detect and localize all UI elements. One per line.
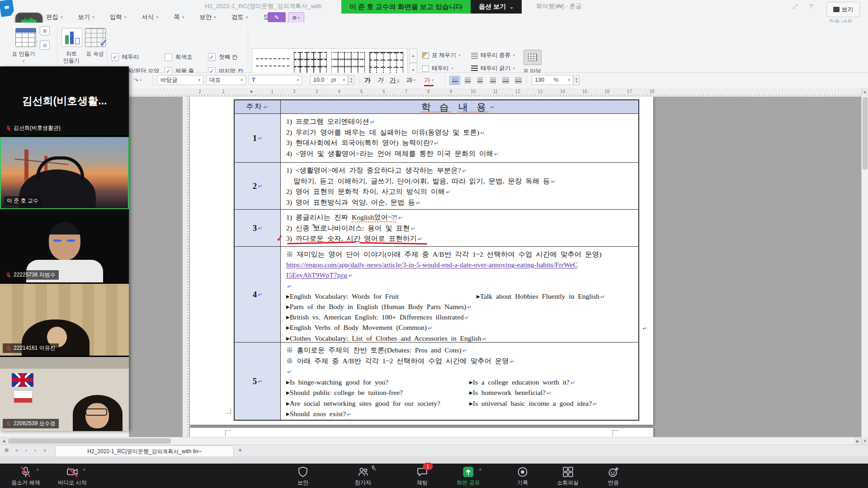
checkbox-테두리[interactable]: ✓테두리 <box>111 53 165 61</box>
zoom-shield-button[interactable]: 보안 <box>297 465 309 487</box>
participant-video-panel: 김선희(비호생활...김선희(비호생활관)이 준 호 교수22225736 차범… <box>0 66 129 430</box>
help-icon[interactable]: ? <box>809 3 813 10</box>
chevron-up-icon[interactable]: ∧ <box>36 467 39 472</box>
chevron-down-icon: ▾ <box>513 66 515 70</box>
document-line: https://engoo.com/app/daily-news/article… <box>286 259 633 270</box>
paragraph-mark: ↵ <box>287 369 292 375</box>
ruler-number: 3 <box>316 89 318 94</box>
bold-button[interactable]: 가 <box>364 75 371 85</box>
create-chart-label[interactable]: 차트 만들기 <box>60 51 83 64</box>
chevron-up-icon[interactable]: ∧ <box>83 467 86 472</box>
table-template-icon[interactable] <box>524 50 542 65</box>
ruler-number: 4 <box>338 89 340 94</box>
next-tab-icon[interactable]: › <box>34 447 36 453</box>
paragraph-mark: ↵ <box>434 140 439 146</box>
button-테두리 굵기[interactable]: 테두리 굵기▾ <box>471 65 526 72</box>
button-테두리[interactable]: 테두리▾ <box>422 65 471 72</box>
char-effect-button[interactable]: 과▾ <box>406 75 415 85</box>
highlight-color-button[interactable]: 가▾ <box>424 75 434 86</box>
table-tab-button[interactable]: ⊞▾ <box>288 12 304 23</box>
first-tab-icon[interactable]: « <box>15 447 18 453</box>
vertical-ruler[interactable] <box>183 97 189 437</box>
draw-table-icon[interactable]: ⊞ <box>40 26 50 35</box>
participant-video-tile[interactable]: 22082539 오수경 <box>0 357 129 431</box>
zoom-stepper[interactable]: ▲▼ <box>573 75 580 85</box>
font-size-stepper[interactable]: ▲▼ <box>348 75 354 85</box>
btype-icon <box>471 52 478 59</box>
font-name-select[interactable]: T▾ <box>249 75 302 85</box>
horizontal-ruler[interactable]: 21123456789101112131415161718◆ <box>129 88 861 97</box>
document-line: ▸English Verbs of Body Movement (Common)… <box>286 322 633 333</box>
font-size-input[interactable]: 10.0pt▾ <box>310 75 348 85</box>
document-line: ※ 재미있는 영어 단어 이야기(아래 주제 중 A/B반 각각 1~2 선택하… <box>286 249 633 259</box>
menu-5[interactable]: 서식▾ <box>134 13 166 21</box>
zoom-video-off-button[interactable]: ∧비디오 시작 <box>58 465 86 487</box>
menu-6[interactable]: 쪽▾ <box>166 13 192 21</box>
zoom-share-button[interactable]: ∧화면 공유 <box>457 465 480 487</box>
scroll-left-arrow[interactable]: ◀ <box>0 437 7 445</box>
tab-list-icon[interactable]: ⊞ <box>5 447 9 453</box>
style-set-select[interactable]: 대표▾ <box>206 75 246 85</box>
align-divide-button[interactable] <box>513 76 524 85</box>
zoom-chat-button[interactable]: 1채팅 <box>416 465 429 487</box>
add-tab-button[interactable]: + <box>238 446 242 454</box>
zoom-rooms-button[interactable]: 소회의실 <box>557 465 579 487</box>
align-distribute-button[interactable] <box>500 76 511 85</box>
prev-tab-icon[interactable]: ‹ <box>25 447 27 453</box>
table-properties-label[interactable]: 표 속성 <box>83 51 107 57</box>
chevron-up-icon[interactable]: ∧ <box>373 467 377 472</box>
edit-mode-button[interactable]: ✎ <box>268 12 286 22</box>
menu-1[interactable]: 파일 <box>11 13 38 21</box>
align-center-button[interactable] <box>475 76 486 85</box>
menu-8[interactable]: 검토▾ <box>224 13 256 21</box>
gallery-up-button[interactable]: ▲ <box>409 48 417 63</box>
create-table-icon[interactable] <box>15 28 36 47</box>
align-left-button[interactable] <box>462 76 473 85</box>
button-표 채우기[interactable]: 표 채우기▾ <box>422 52 471 59</box>
menu-4[interactable]: 입력▾ <box>102 13 134 21</box>
align-right-button[interactable] <box>487 76 498 85</box>
document-tab[interactable]: H2_2022-1_RC(영미문행_강의계획서_with lin~ <box>55 446 234 457</box>
erase-table-icon[interactable]: ⊟ <box>40 41 50 50</box>
menu-2[interactable]: 편집▾ <box>38 13 71 21</box>
paragraph-mark: ↵ <box>287 283 292 290</box>
vertical-scroll-thumb[interactable] <box>863 97 868 169</box>
button-테두리 종류[interactable]: 테두리 종류▾ <box>471 52 526 59</box>
zoom-reactions-button[interactable]: 반응 <box>608 465 620 487</box>
scroll-down-arrow[interactable]: ▼ <box>862 437 868 445</box>
menu-3[interactable]: 보기▾ <box>71 13 103 21</box>
fullscreen-icon[interactable]: ⤢ <box>793 3 797 10</box>
participant-video-tile[interactable]: 22214161 이유진 <box>0 284 129 356</box>
ruler-number: 2 <box>293 89 296 94</box>
underline-button[interactable]: 가▾ <box>390 75 399 85</box>
vertical-scrollbar[interactable]: ▲ ▼ <box>861 88 868 445</box>
italic-button[interactable]: 가 <box>377 75 383 85</box>
zoom-level-input[interactable]: 130%▾ <box>532 75 573 85</box>
create-table-label[interactable]: 표 만들기 ▾ <box>12 51 35 65</box>
participant-name-label: 22082539 오수경 <box>3 419 59 428</box>
participant-video-tile[interactable]: 김선희(비호생활...김선희(비호생활관) <box>0 66 129 136</box>
create-chart-icon[interactable] <box>61 28 82 47</box>
participant-video-tile[interactable]: 이 준 호 교수 <box>0 137 129 209</box>
horizontal-scroll-thumb[interactable] <box>8 438 171 444</box>
ruler-number: 8 <box>427 89 430 94</box>
view-options-button[interactable]: 옵션 보기⌄ <box>471 0 522 14</box>
redo-button[interactable]: ↷▾ <box>133 75 142 85</box>
participant-video-tile[interactable]: 22225736 차범수 <box>0 211 129 282</box>
checkbox-회색조[interactable]: 회색조 <box>165 53 208 61</box>
paragraph-style-select[interactable]: 바탕글▾ <box>157 75 203 85</box>
scroll-up-arrow[interactable]: ▲ <box>862 88 868 95</box>
scroll-right-arrow[interactable]: ▶ <box>854 437 861 445</box>
window-title-right: 화여행)₩] - 흔글 <box>536 2 582 10</box>
zoom-mic-off-button[interactable]: ∧음소거 해제 <box>11 465 40 487</box>
last-tab-icon[interactable]: » <box>43 447 46 453</box>
table-properties-icon[interactable]: ✓ <box>85 28 106 47</box>
zoom-participants-button[interactable]: 6∧참가자 <box>355 465 371 487</box>
zoom-record-button[interactable]: 기록 <box>517 465 529 487</box>
chevron-up-icon[interactable]: ∧ <box>479 467 482 472</box>
align-justify-button[interactable] <box>449 76 460 85</box>
horizontal-scrollbar[interactable]: ◀ ▶ <box>0 437 861 445</box>
menu-7[interactable]: 보안▾ <box>192 13 224 21</box>
page-margin-mark <box>613 430 618 436</box>
document-page[interactable]: 주차↵ 학 습내 용↵ 1↵1) 프로그램 오리엔테이션↵2) 우리가 영어를 … <box>190 97 653 425</box>
